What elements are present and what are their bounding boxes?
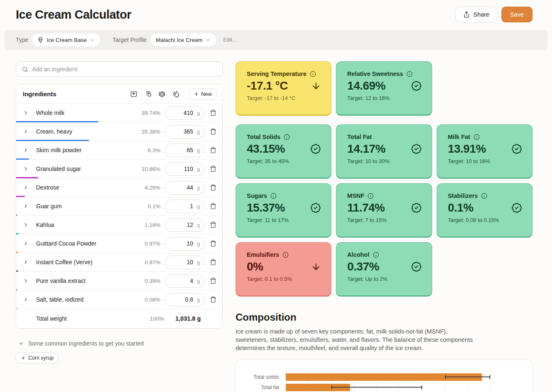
- metric-target: Target: 12 to 16%: [347, 95, 421, 101]
- metric-target: Target: -17 to -14 °C: [247, 95, 321, 101]
- save-button[interactable]: Save: [501, 7, 533, 22]
- chevron-right-icon[interactable]: [23, 185, 29, 190]
- share-button[interactable]: Share: [455, 7, 497, 22]
- search-input[interactable]: [32, 66, 217, 73]
- trash-icon[interactable]: [210, 147, 216, 153]
- amount-input[interactable]: [169, 259, 193, 265]
- info-icon[interactable]: [373, 252, 379, 258]
- amount-field: g: [165, 293, 204, 307]
- app-header: Ice Cream Calculator Share Save: [0, 0, 552, 28]
- total-weight-amount: 1,031.8 g: [164, 315, 204, 322]
- suggestion-chip[interactable]: Corn syrup: [16, 353, 58, 363]
- badge-check-icon: [411, 202, 422, 213]
- info-icon[interactable]: [282, 252, 289, 258]
- ingredient-name: Granulated sugar: [30, 166, 138, 172]
- chevron-right-icon[interactable]: [23, 297, 29, 302]
- amount-input[interactable]: [169, 296, 193, 303]
- amount-field: g: [165, 106, 204, 120]
- edit-profile-link[interactable]: Edit...: [223, 37, 236, 43]
- metric-card: Total Fat 14.17% Target: 10 to 30%: [336, 124, 432, 179]
- trash-icon[interactable]: [210, 278, 216, 284]
- target-profile-select[interactable]: Malachi Ice Cream: [151, 34, 216, 46]
- target-profile-select-value: Malachi Ice Cream: [156, 37, 203, 43]
- info-icon[interactable]: [474, 134, 480, 140]
- info-icon[interactable]: [367, 193, 374, 199]
- info-icon[interactable]: [284, 134, 290, 140]
- chevron-right-icon[interactable]: [23, 110, 29, 116]
- metric-target: Target: 35 to 45%: [247, 158, 321, 164]
- amount-field: g: [165, 200, 204, 213]
- chevron-right-icon[interactable]: [23, 203, 29, 209]
- share-button-label: Share: [473, 11, 489, 18]
- metric-card: Stabilizers 0.1% Target: 0.08 to 0.15%: [437, 183, 533, 238]
- metric-card: Emulsifiers 0% Target: 0.1 to 0.5%: [236, 242, 331, 297]
- trash-icon[interactable]: [210, 222, 216, 228]
- chevron-right-icon[interactable]: [23, 241, 29, 246]
- trash-icon[interactable]: [210, 184, 216, 191]
- chart-row: [286, 372, 522, 382]
- metric-title: Serving Temperature: [247, 71, 306, 77]
- ingredient-name: Cream, heavy: [30, 128, 138, 135]
- plus-icon: [194, 91, 199, 97]
- trash-icon[interactable]: [210, 166, 216, 172]
- ingredient-percent: 35.38%: [141, 129, 160, 135]
- metric-value: 13.91%: [448, 142, 486, 156]
- scale-icon[interactable]: [158, 90, 165, 97]
- total-weight-row: Total weight 100% 1,031.8 g: [16, 309, 222, 328]
- info-icon[interactable]: [481, 193, 487, 199]
- ingredients-card-header: Ingredients: [16, 84, 222, 104]
- ingredient-percent: 6.3%: [148, 147, 160, 153]
- metric-value: 14.69%: [347, 79, 385, 93]
- metric-value: 0.1%: [448, 201, 474, 214]
- amount-input[interactable]: [169, 128, 193, 135]
- chevron-right-icon[interactable]: [23, 147, 29, 153]
- chevron-right-icon[interactable]: [23, 222, 29, 228]
- amount-input[interactable]: [169, 110, 193, 116]
- amount-field: g: [165, 181, 204, 195]
- ingredient-progress-bar: [16, 308, 17, 309]
- amount-input[interactable]: [169, 278, 193, 284]
- chevron-right-icon[interactable]: [23, 278, 29, 284]
- unit-label: g: [197, 129, 200, 135]
- trash-icon[interactable]: [210, 296, 216, 303]
- chevron-right-icon[interactable]: [23, 166, 29, 172]
- amount-input[interactable]: [169, 166, 193, 172]
- trash-icon[interactable]: [210, 259, 216, 265]
- chart-row: [286, 382, 522, 392]
- type-select[interactable]: Ice Cream Base: [32, 34, 100, 46]
- trash-icon[interactable]: [210, 240, 216, 247]
- droplets-icon[interactable]: [173, 90, 180, 97]
- trash-icon[interactable]: [210, 203, 216, 209]
- trash-icon[interactable]: [210, 110, 216, 116]
- chevron-right-icon[interactable]: [23, 259, 29, 265]
- metric-value: 15.37%: [247, 201, 285, 214]
- metric-value: -17.1 °C: [247, 79, 288, 93]
- suggestions-toggle[interactable]: Some common ingredients to get you start…: [16, 340, 223, 347]
- chart-category-label: Total solids: [246, 372, 279, 382]
- info-icon[interactable]: [310, 71, 316, 77]
- list-restart-icon[interactable]: [144, 90, 151, 97]
- info-icon[interactable]: [270, 193, 277, 199]
- suggestion-chip-label: Corn syrup: [28, 355, 53, 361]
- badge-check-icon: [511, 144, 522, 154]
- amount-input[interactable]: [169, 203, 193, 209]
- new-ingredient-button[interactable]: New: [189, 88, 216, 100]
- table-row: Cream, heavy 35.38% g: [16, 122, 222, 141]
- ingredients-toolbar: New: [130, 88, 216, 100]
- chevron-down-icon: [90, 37, 95, 43]
- unit-label: g: [197, 166, 200, 172]
- import-icon[interactable]: [130, 90, 137, 97]
- metrics-panel: Serving Temperature -17.1 °C Target: -17…: [236, 61, 533, 392]
- unit-label: g: [197, 259, 200, 265]
- amount-input[interactable]: [169, 147, 193, 153]
- target-profile-label: Target Profile: [112, 37, 146, 43]
- trash-icon[interactable]: [210, 128, 216, 135]
- amount-input[interactable]: [169, 222, 193, 228]
- amount-input[interactable]: [169, 240, 193, 247]
- amount-input[interactable]: [169, 184, 193, 191]
- chevron-right-icon[interactable]: [23, 129, 29, 134]
- ingredient-name: Guittard Cocoa Powder: [30, 240, 141, 247]
- metric-title: Relative Sweetness: [347, 71, 403, 77]
- metric-target: Target: 11 to 17%: [247, 217, 321, 223]
- info-icon[interactable]: [406, 71, 413, 77]
